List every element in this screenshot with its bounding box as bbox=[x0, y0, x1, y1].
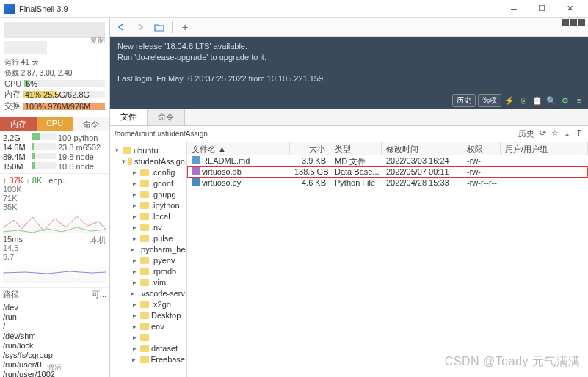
tab-file[interactable]: 文件 bbox=[110, 109, 148, 125]
close-button[interactable]: ✕ bbox=[556, 1, 584, 17]
tree-item[interactable]: ▸.vscode-serv bbox=[112, 288, 185, 299]
tree-item[interactable]: ▸.gnupg bbox=[112, 188, 185, 200]
folder-icon[interactable] bbox=[151, 20, 167, 34]
gear-icon[interactable]: ⚙ bbox=[559, 95, 571, 106]
tree-item[interactable]: ▸.pycharm_hel bbox=[112, 244, 185, 255]
tree-item[interactable]: ▸.nv bbox=[112, 222, 185, 233]
tree-item[interactable]: ▸.rpmdb bbox=[112, 266, 185, 277]
tree-item[interactable]: ▸dataset bbox=[112, 343, 185, 354]
download-icon[interactable]: ⤒ bbox=[574, 128, 584, 139]
tree-item[interactable]: ▸.pyenv bbox=[112, 255, 185, 266]
pane-controls[interactable] bbox=[562, 19, 585, 26]
activate-text: 激活 bbox=[47, 362, 62, 373]
forward-button[interactable] bbox=[132, 20, 148, 34]
star-icon[interactable]: ☆ bbox=[550, 128, 560, 139]
path-text[interactable]: /home/ubuntu/studentAssign bbox=[115, 130, 514, 138]
tree-item[interactable]: ▸.gconf bbox=[112, 177, 185, 188]
paste-icon[interactable]: 📋 bbox=[531, 95, 543, 106]
watermark-text: CSDN @Toady 元气满满 bbox=[445, 354, 581, 370]
upload-icon[interactable]: ⤓ bbox=[562, 128, 572, 139]
fs-item[interactable]: /sys/fs/cgroup bbox=[3, 351, 106, 360]
lat-sparkline bbox=[3, 263, 106, 283]
tree-item[interactable]: ▸.config bbox=[112, 166, 185, 177]
refresh-icon[interactable]: ⟳ bbox=[538, 128, 548, 139]
fs-item[interactable]: / bbox=[3, 322, 106, 332]
term-options-button[interactable]: 选项 bbox=[478, 94, 501, 107]
fs-item[interactable]: /run bbox=[3, 312, 106, 322]
table-row[interactable]: virtuoso.db138.5 GBData Base...2022/05/0… bbox=[187, 166, 588, 177]
copy-label[interactable]: 复制 bbox=[90, 35, 105, 45]
table-row[interactable]: README.md3.9 KBMD 文件2022/03/03 16:24-rw- bbox=[187, 155, 588, 166]
load-text: 负载 2.87, 3.00, 2.40 bbox=[4, 68, 105, 78]
tree-item[interactable]: ▸.pulse bbox=[112, 233, 185, 244]
host-chip bbox=[4, 41, 47, 54]
term-history-button[interactable]: 历史 bbox=[452, 94, 476, 107]
proc-tabs[interactable]: 内存 CPU 命令 bbox=[0, 117, 109, 131]
tab-cmd[interactable]: 命令 bbox=[73, 117, 109, 131]
tree-item[interactable]: ▸ bbox=[112, 332, 185, 343]
tree-item[interactable]: ▾ubuntu bbox=[112, 144, 185, 155]
tree-item[interactable]: ▸.ipython bbox=[112, 200, 185, 211]
table-header[interactable]: 文件名 ▲ 大小 类型 修改时间 权限 用户/用户组 bbox=[187, 142, 588, 155]
uptime-text: 运行 41 天 bbox=[4, 57, 105, 67]
menu-icon[interactable]: ≡ bbox=[573, 95, 585, 106]
cpu-row: CPU 6% bbox=[4, 79, 105, 88]
tree-item[interactable]: ▸Freebase bbox=[112, 354, 185, 365]
tab-memory[interactable]: 内存 bbox=[0, 117, 37, 131]
process-list: 2.2G100 python14.6M23.8 m650289.4M19.8 n… bbox=[0, 131, 109, 173]
copy-icon[interactable]: ⎘ bbox=[518, 95, 529, 106]
window-title: FinalShell 3.9 bbox=[19, 4, 500, 13]
fs-item[interactable]: /dev/shm bbox=[3, 332, 106, 341]
app-logo bbox=[4, 4, 15, 14]
new-tab-button[interactable]: + bbox=[177, 20, 193, 34]
tree-item[interactable]: ▸.local bbox=[112, 211, 185, 222]
minimize-button[interactable]: ─ bbox=[500, 1, 528, 17]
fs-item[interactable]: /dev bbox=[3, 303, 106, 312]
net-sparkline bbox=[3, 213, 106, 233]
fs-item[interactable]: /run/lock bbox=[3, 341, 106, 351]
bolt-icon[interactable]: ⚡ bbox=[504, 95, 515, 106]
tree-item[interactable]: ▸.vim bbox=[112, 277, 185, 288]
table-row[interactable]: virtuoso.py4.6 KBPython File2022/04/28 1… bbox=[187, 177, 588, 188]
swap-row: 交换 100% 976M/976M bbox=[4, 100, 105, 111]
terminal-output[interactable]: New release '18.04.6 LTS' available. Run… bbox=[110, 37, 588, 109]
mem-row: 内存 41% 25.5G/62.8G bbox=[4, 89, 105, 100]
search-icon[interactable]: 🔍 bbox=[545, 95, 557, 106]
back-button[interactable] bbox=[113, 20, 129, 34]
net-row: ↑ 37K ↓ 8K enp... bbox=[3, 176, 106, 185]
tree-item[interactable]: ▸env bbox=[112, 321, 185, 332]
maximize-button[interactable]: ☐ bbox=[528, 1, 556, 17]
tree-item[interactable]: ▸Desktop bbox=[112, 310, 185, 321]
route-label: 路径 bbox=[3, 290, 19, 299]
tree-item[interactable]: ▾studentAssign bbox=[112, 155, 185, 166]
folder-tree[interactable]: ▾ubuntu ▾studentAssign▸.config▸.gconf▸.g… bbox=[110, 142, 187, 377]
tree-item[interactable]: ▸.x2go bbox=[112, 299, 185, 310]
history-button[interactable]: 历史 bbox=[517, 128, 536, 139]
tab-cpu[interactable]: CPU bbox=[37, 117, 73, 131]
tab-command[interactable]: 命令 bbox=[148, 109, 185, 125]
